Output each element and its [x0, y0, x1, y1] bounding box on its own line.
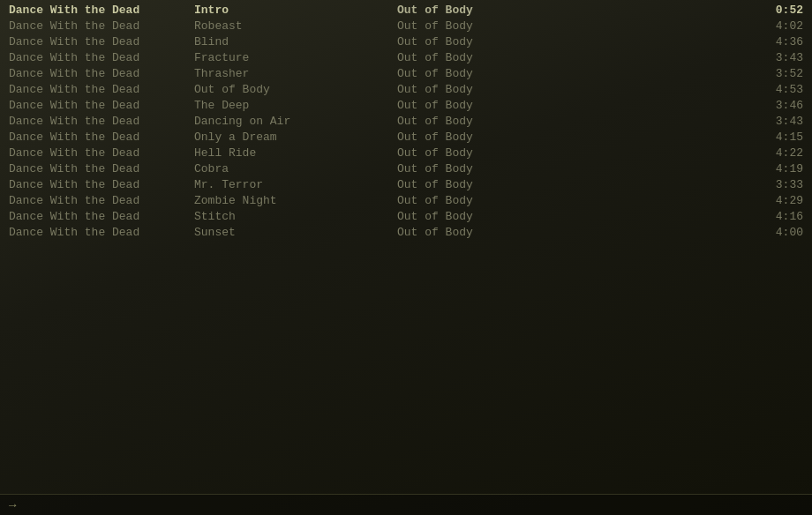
table-row[interactable]: Dance With the DeadOut of BodyOut of Bod… — [0, 81, 812, 97]
track-title: Mr. Terror — [194, 178, 397, 191]
track-album: Out of Body — [397, 51, 750, 64]
table-row[interactable]: Dance With the DeadRobeastOut of Body4:0… — [0, 18, 812, 34]
track-title: The Deep — [194, 99, 397, 112]
track-artist: Dance With the Dead — [9, 178, 194, 191]
header-artist: Dance With the Dead — [9, 4, 194, 17]
track-album: Out of Body — [397, 210, 750, 223]
track-title: Robeast — [194, 19, 397, 33]
track-artist: Dance With the Dead — [9, 99, 194, 112]
track-title: Dancing on Air — [194, 115, 397, 128]
track-title: Cobra — [194, 162, 397, 175]
bottom-bar: → — [0, 494, 812, 515]
track-album: Out of Body — [397, 99, 750, 112]
header-duration: 0:52 — [750, 4, 803, 17]
track-artist: Dance With the Dead — [9, 115, 194, 128]
track-title: Blind — [194, 35, 397, 49]
track-duration: 4:00 — [750, 226, 803, 239]
header-album: Out of Body — [397, 4, 750, 17]
track-title: Thrasher — [194, 67, 397, 80]
track-duration: 3:46 — [750, 99, 803, 112]
table-row[interactable]: Dance With the DeadHell RideOut of Body4… — [0, 145, 812, 160]
track-duration: 3:33 — [750, 178, 803, 191]
track-list: Dance With the Dead Intro Out of Body 0:… — [0, 0, 812, 240]
table-row[interactable]: Dance With the DeadMr. TerrorOut of Body… — [0, 176, 812, 192]
track-artist: Dance With the Dead — [9, 19, 194, 33]
track-title: Hell Ride — [194, 146, 397, 160]
table-row[interactable]: Dance With the DeadCobraOut of Body4:19 — [0, 160, 812, 176]
table-row[interactable]: Dance With the DeadBlindOut of Body4:36 — [0, 34, 812, 49]
track-duration: 4:15 — [750, 131, 803, 144]
track-title: Out of Body — [194, 83, 397, 96]
track-artist: Dance With the Dead — [9, 146, 194, 160]
track-duration: 4:22 — [750, 146, 803, 160]
track-album: Out of Body — [397, 35, 750, 49]
arrow-icon: → — [9, 498, 16, 512]
track-album: Out of Body — [397, 162, 750, 175]
track-duration: 4:02 — [750, 19, 803, 33]
track-album: Out of Body — [397, 178, 750, 191]
track-artist: Dance With the Dead — [9, 131, 194, 144]
track-title: Only a Dream — [194, 131, 397, 144]
track-album: Out of Body — [397, 83, 750, 96]
track-list-header: Dance With the Dead Intro Out of Body 0:… — [0, 2, 812, 18]
track-artist: Dance With the Dead — [9, 194, 194, 207]
track-album: Out of Body — [397, 226, 750, 239]
header-title: Intro — [194, 4, 397, 17]
track-album: Out of Body — [397, 131, 750, 144]
track-album: Out of Body — [397, 115, 750, 128]
table-row[interactable]: Dance With the DeadThrasherOut of Body3:… — [0, 65, 812, 81]
track-duration: 4:53 — [750, 83, 803, 96]
track-duration: 4:36 — [750, 35, 803, 49]
table-row[interactable]: Dance With the DeadDancing on AirOut of … — [0, 113, 812, 129]
table-row[interactable]: Dance With the DeadStitchOut of Body4:16 — [0, 208, 812, 224]
track-duration: 3:43 — [750, 51, 803, 64]
track-title: Fracture — [194, 51, 397, 64]
track-artist: Dance With the Dead — [9, 226, 194, 239]
track-title: Zombie Night — [194, 194, 397, 207]
table-row[interactable]: Dance With the DeadThe DeepOut of Body3:… — [0, 97, 812, 113]
track-artist: Dance With the Dead — [9, 210, 194, 223]
track-title: Stitch — [194, 210, 397, 223]
track-album: Out of Body — [397, 194, 750, 207]
track-album: Out of Body — [397, 67, 750, 80]
track-duration: 3:52 — [750, 67, 803, 80]
track-artist: Dance With the Dead — [9, 51, 194, 64]
table-row[interactable]: Dance With the DeadOnly a DreamOut of Bo… — [0, 129, 812, 145]
track-album: Out of Body — [397, 19, 750, 33]
track-artist: Dance With the Dead — [9, 83, 194, 96]
track-artist: Dance With the Dead — [9, 35, 194, 49]
track-title: Sunset — [194, 226, 397, 239]
track-artist: Dance With the Dead — [9, 67, 194, 80]
track-duration: 4:19 — [750, 162, 803, 175]
track-duration: 4:16 — [750, 210, 803, 223]
table-row[interactable]: Dance With the DeadFractureOut of Body3:… — [0, 49, 812, 65]
track-duration: 4:29 — [750, 194, 803, 207]
table-row[interactable]: Dance With the DeadZombie NightOut of Bo… — [0, 192, 812, 208]
table-row[interactable]: Dance With the DeadSunsetOut of Body4:00 — [0, 224, 812, 240]
track-album: Out of Body — [397, 146, 750, 160]
track-duration: 3:43 — [750, 115, 803, 128]
track-artist: Dance With the Dead — [9, 162, 194, 175]
